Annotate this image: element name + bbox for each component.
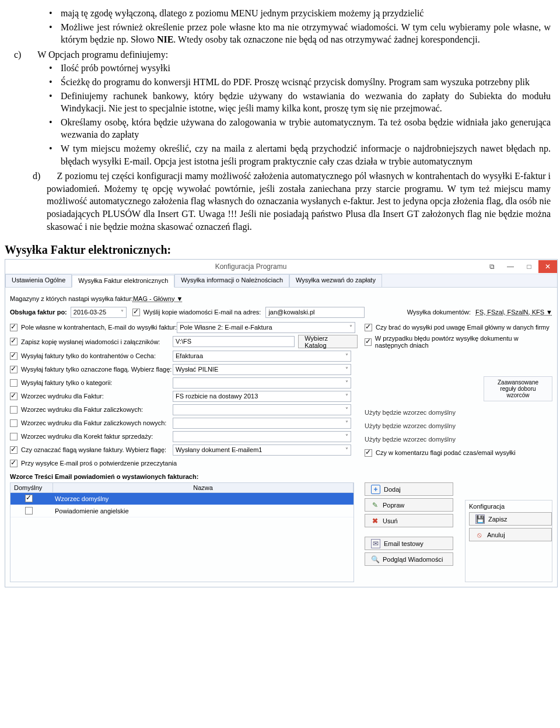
copy-email-checkbox[interactable] [132, 309, 140, 316]
copy-email-label: Wyślij kopie wiadomości E-mail na adres: [144, 309, 261, 316]
chk-invoice-template[interactable] [10, 393, 18, 400]
by-flag-value[interactable]: Wysłać PILNIE [173, 364, 351, 375]
bullet-auto-login-user: Określamy osobę, która będzie używana do… [61, 116, 551, 141]
tab-receivables[interactable]: Wysyłka informacji o Należnościach [174, 274, 289, 287]
by-attribute-value[interactable]: Efakturaa [173, 351, 351, 362]
note-default-template-2: Użyty będzie wzorzec domyślny [365, 422, 456, 429]
chk-advance-template[interactable] [10, 406, 18, 414]
document-prose: mają tę zgodę wyłączoną, dlatego z pozio… [0, 0, 560, 235]
correction-template-label: Wzorzec wydruku dla Korekt faktur sprzed… [21, 433, 173, 440]
minimize-icon[interactable]: — [501, 260, 520, 273]
bullet-alert-mails: W tym miejscu możemy określić, czy na ma… [61, 142, 551, 167]
chk-mark-sent-flag[interactable] [10, 446, 18, 454]
custom-field-email-value[interactable]: Pole Własne 2: E-mail e-Faktura [177, 322, 355, 333]
invoices-after-date[interactable]: 2016-03-25 [71, 307, 127, 318]
edit-button[interactable]: ✎Popraw [365, 498, 453, 512]
tabs: Ustawienia Ogólne Wysyłka Faktur elektro… [5, 274, 557, 288]
delete-button[interactable]: ✖Usuń [365, 514, 453, 527]
use-main-email-label: Czy brać do wysyłki pod uwagę Email głów… [376, 324, 550, 331]
advanced-rules-button[interactable]: Zaawansowane reguły doboru wzorców [484, 376, 552, 401]
read-receipt-label: Przy wysyłce E-mail proś o potwierdzenie… [21, 460, 177, 467]
chk-correction-template[interactable] [10, 433, 18, 440]
close-icon[interactable]: ✕ [538, 260, 557, 273]
list-letter-c: c) [14, 50, 23, 60]
row-name: Powiadomienie angielskie [48, 508, 351, 514]
by-category-label: Wysyłaj faktury tylko o kategorii: [21, 379, 173, 386]
advance-template-value[interactable] [173, 404, 351, 415]
save-button[interactable]: 💾Zapisz [469, 512, 552, 526]
invoices-after-label: Obsługa faktur po: [10, 309, 67, 316]
by-attribute-label: Wysyłaj faktury tylko do kontrahentów o … [21, 352, 173, 359]
chk-use-main-email[interactable] [365, 324, 372, 331]
section-title: Wysyłka Faktur elektronicznych: [5, 243, 560, 257]
tab-demands[interactable]: Wysyłka wezwań do zapłaty [289, 274, 382, 287]
test-email-button[interactable]: ✉Email testowy [365, 537, 453, 550]
bullet-html2pdf-path: Ścieżkę do programu do konwersji HTML do… [61, 76, 551, 89]
bullet-retries: Ilość prób powtórnej wysyłki [61, 62, 551, 75]
warehouses-value[interactable]: MAG - Główny ▼ [133, 295, 183, 302]
choose-folder-button[interactable]: Wybierz Katalog [298, 335, 358, 348]
pencil-icon: ✎ [371, 501, 379, 509]
retry-next-days-label: W przypadku błędu powtórz wysyłkę dokume… [375, 335, 552, 349]
note-default-template-1: Użyty będzie wzorzec domyślny [365, 409, 456, 416]
cancel-button[interactable]: ⦸Anuluj [469, 528, 552, 541]
save-copy-path[interactable]: V:\FS [173, 336, 295, 347]
config-window: Konfiguracja Programu ⧉ — □ ✕ Ustawienia… [5, 259, 558, 587]
chk-advance-new-template[interactable] [10, 419, 18, 427]
chk-custom-field-email[interactable] [10, 324, 18, 331]
th-name[interactable]: Nazwa [53, 483, 354, 492]
templates-table: Domyślny Nazwa Wzorzec domyślny Powiadom… [10, 482, 354, 582]
list-letter-d: d) [33, 171, 43, 181]
copy-email-input[interactable]: jan@kowalski.pl [265, 307, 365, 318]
bullet-custom-field-nie: Możliwe jest również określenie przez po… [61, 21, 551, 46]
tab-einvoices[interactable]: Wysyłka Faktur elektronicznych [72, 275, 174, 288]
table-row[interactable]: Powiadomienie angielskie [10, 505, 354, 517]
invoice-template-value[interactable]: FS rozbicie na dostawy 2013 [173, 391, 351, 402]
save-icon: 💾 [475, 514, 485, 524]
titlebar: Konfiguracja Programu ⧉ — □ ✕ [5, 260, 557, 274]
window-title: Konfiguracja Programu [19, 262, 482, 271]
cancel-icon: ⦸ [475, 531, 484, 539]
chk-by-attribute[interactable] [10, 352, 18, 360]
warehouses-label: Magazyny z których nastąpi wysyłka faktu… [10, 295, 133, 302]
advance-template-label: Wzorzec wydruku dla Faktur zaliczkowych: [21, 406, 173, 413]
chk-read-receipt[interactable] [10, 460, 18, 467]
send-documents-value[interactable]: FS, FSzal, FSzalN, KFS ▼ [475, 309, 552, 316]
chk-save-copy[interactable] [10, 338, 18, 345]
chk-flag-comment-timestamp[interactable] [365, 449, 372, 457]
delete-icon: ✖ [371, 517, 379, 525]
flag-comment-timestamp-label: Czy w komentarzu flagi podać czas/email … [376, 449, 516, 456]
bullet-menu-assign: mają tę zgodę wyłączoną, dlatego z pozio… [61, 7, 551, 20]
add-button[interactable]: +Dodaj [365, 482, 453, 496]
magnifier-icon: 🔍 [371, 555, 379, 564]
invoice-template-label: Wzorzec wydruku dla Faktur: [21, 393, 173, 400]
mail-icon: ✉ [371, 539, 380, 548]
row-default-checkbox[interactable] [25, 507, 33, 514]
maximize-icon[interactable]: □ [520, 260, 538, 273]
tab-general[interactable]: Ustawienia Ogólne [5, 274, 72, 287]
table-row[interactable]: Wzorzec domyślny [10, 493, 354, 505]
row-name: Wzorzec domyślny [48, 495, 351, 502]
by-flag-label: Wysyłaj faktury tylko oznaczone flagą. W… [21, 366, 173, 373]
correction-template-value[interactable] [173, 431, 351, 442]
advance-new-template-value[interactable] [173, 418, 351, 429]
config-box-title: Konfiguracja [469, 503, 548, 510]
chk-by-flag[interactable] [10, 366, 18, 373]
bullet-bank-account: Definiujemy rachunek bankowy, który będz… [61, 90, 551, 115]
th-default[interactable]: Domyślny [10, 483, 53, 492]
config-box: Konfiguracja 💾Zapisz ⦸Anuluj [465, 500, 552, 582]
send-documents-label: Wysyłka dokumentów: [407, 309, 471, 316]
note-default-template-3: Użyty będzie wzorzec domyślny [365, 436, 456, 443]
chk-retry-next-days[interactable] [365, 338, 372, 346]
save-copy-label: Zapisz kopię wysłanej wiadomości i załąc… [21, 338, 173, 345]
preview-button[interactable]: 🔍Podgląd Wiadomości [365, 552, 453, 566]
dup-window-icon[interactable]: ⧉ [482, 260, 501, 273]
mark-sent-flag-label: Czy oznaczać flagą wysłane faktury. Wybi… [21, 446, 173, 453]
mark-sent-flag-value[interactable]: Wysłany dokument E-mailem1 [173, 444, 351, 456]
by-category-value[interactable] [173, 377, 351, 388]
row-default-checkbox[interactable] [25, 495, 33, 502]
templates-section-title: Wzorce Treści Email powiadomień o wystaw… [10, 473, 552, 480]
chk-by-category[interactable] [10, 379, 18, 387]
custom-field-email-label: Pole własne w kontrahentach, E-mail do w… [21, 324, 177, 331]
plus-icon: + [371, 485, 380, 494]
